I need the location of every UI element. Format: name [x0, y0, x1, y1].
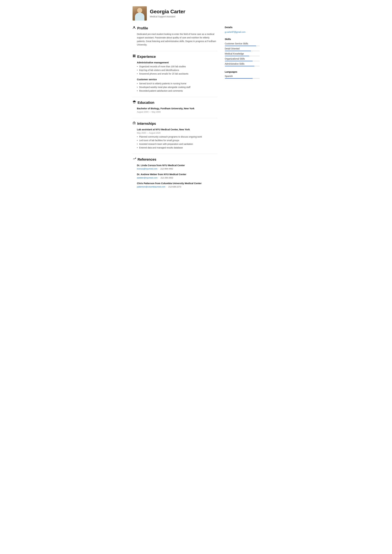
- skill-bar-fill-2: [225, 51, 251, 51]
- ref-contact-3: patterson@columbiaumed.com · 212-638-227…: [137, 185, 217, 188]
- job-bullets-2: Served lunch to elderly patients in nurs…: [133, 82, 217, 93]
- ref-name-3: Chris Patterson from Columbia University…: [137, 182, 217, 185]
- experience-section: Experience Administrative management Org…: [133, 54, 217, 93]
- references-section: References Dr. Linda Coroza from NYU Med…: [133, 157, 217, 188]
- edu-degree: Bachelor of Biology, Fordham University,…: [133, 107, 217, 110]
- intern-bullets: Planned community outreach programs to d…: [133, 135, 217, 149]
- education-header: Education: [133, 100, 217, 105]
- candidate-title: Medical Support Assistant: [150, 15, 185, 18]
- job-bullets-1: Organized records of more than 100 lab s…: [133, 65, 217, 76]
- header-text: Georgia Carter Medical Support Assistant: [150, 8, 185, 18]
- skill-bar-bg-4: [225, 61, 259, 61]
- ref-email-2[interactable]: aweber@nyumed.com: [137, 177, 158, 179]
- bullet-item: Organized records of more than 100 lab s…: [139, 65, 217, 68]
- ref-name-2: Dr. Andrew Weber from NYU Medical Center: [137, 173, 217, 176]
- svg-point-0: [133, 26, 135, 28]
- internships-title: Internships: [137, 121, 156, 126]
- skill-bar-bg-5: [225, 66, 259, 66]
- svg-rect-3: [133, 56, 134, 57]
- ref-contact-1: lcoroza@nyumed.com · 212-994-4482: [137, 167, 217, 170]
- skill-label-4: Organizational Skills: [225, 57, 259, 61]
- skill-medical-knowledge: Medical Knowledge: [225, 52, 259, 56]
- svg-marker-5: [133, 100, 136, 102]
- skill-organizational: Organizational Skills: [225, 57, 259, 61]
- ref-contact-2: aweber@nyumed.com · 212-293-2832: [137, 176, 217, 180]
- svg-rect-1: [133, 55, 134, 56]
- education-title: Education: [138, 100, 154, 105]
- candidate-name: Georgia Carter: [150, 8, 185, 14]
- skill-detail-oriented: Detail Oriented: [225, 47, 259, 51]
- ref-dot-2: ·: [159, 177, 159, 179]
- details-heading: Details: [225, 26, 259, 29]
- skills-heading: Skills: [225, 37, 259, 41]
- internships-section: Internships Lab assistant at NYU Medical…: [133, 121, 217, 149]
- profile-header: Profile: [133, 26, 217, 31]
- skill-bar-bg-2: [225, 51, 259, 51]
- skill-bar-fill-3: [225, 56, 249, 56]
- experience-icon: [133, 54, 136, 59]
- languages-heading: Languages: [225, 70, 259, 74]
- right-column: Details g.carter87@gmail.com Skills Cust…: [225, 26, 259, 193]
- experience-header: Experience: [133, 54, 217, 59]
- language-spanish: Spanish: [225, 75, 259, 79]
- intern-position: Lab assistant at NYU Medical Center, New…: [133, 128, 217, 132]
- skill-label-1: Customer Service Skills: [225, 42, 259, 45]
- profile-title: Profile: [137, 26, 148, 31]
- resume-header: Georgia Carter Medical Support Assistant: [133, 6, 259, 21]
- ref-dot-3: ·: [167, 186, 167, 188]
- bullet-item: Assisted research team with preparation …: [139, 142, 217, 146]
- skills-section: Skills Customer Service Skills Detail Or…: [225, 37, 259, 66]
- experience-title: Experience: [137, 54, 156, 59]
- job-title-1: Administrative management: [133, 61, 217, 64]
- internships-icon: [133, 121, 136, 126]
- ref-phone-2: 212-293-2832: [161, 177, 173, 179]
- skill-label-2: Detail Oriented: [225, 47, 259, 50]
- svg-marker-8: [135, 158, 136, 158]
- profile-section: Profile Dedicated pre-med student lookin…: [133, 26, 217, 47]
- references-title: References: [138, 157, 156, 162]
- languages-section: Languages Spanish: [225, 70, 259, 79]
- svg-rect-7: [134, 123, 135, 124]
- bullet-item: Served lunch to elderly patients in nurs…: [139, 82, 217, 85]
- edu-date: August 2004 — May 2008: [133, 110, 217, 114]
- bullet-item: Recorded patient satisfaction and commen…: [139, 89, 217, 93]
- avatar: [133, 6, 147, 21]
- reference-3: Chris Patterson from Columbia University…: [133, 182, 217, 188]
- bullet-item: Answered phones and emails for 15 lab as…: [139, 72, 217, 76]
- bullet-item: Entered data and managed results databas…: [139, 146, 217, 149]
- ref-email-3[interactable]: patterson@columbiaumed.com: [137, 186, 165, 188]
- detail-email[interactable]: g.carter87@gmail.com: [225, 31, 245, 33]
- reference-1: Dr. Linda Coroza from NYU Medical Center…: [133, 164, 217, 170]
- svg-rect-4: [134, 56, 135, 57]
- skill-label-3: Medical Knowledge: [225, 52, 259, 55]
- skill-bar-fill-1: [225, 46, 256, 46]
- profile-icon: [133, 26, 136, 30]
- lang-label-1: Spanish: [225, 75, 259, 78]
- skill-label-5: Administrative Skills: [225, 62, 259, 66]
- skill-bar-fill-5: [225, 66, 254, 66]
- lang-bar-bg-1: [225, 78, 259, 79]
- references-header: References: [133, 157, 217, 162]
- svg-rect-2: [134, 55, 135, 56]
- intern-date: May 2020 — August 2020: [133, 132, 217, 135]
- lang-bar-fill-1: [225, 78, 253, 79]
- bullet-item: Developed weekly meal plan alongside coo…: [139, 86, 217, 89]
- skill-bar-fill-4: [225, 61, 253, 61]
- reference-2: Dr. Andrew Weber from NYU Medical Center…: [133, 173, 217, 180]
- skill-customer-service: Customer Service Skills: [225, 42, 259, 46]
- skill-bar-bg-1: [225, 46, 259, 46]
- education-icon: [133, 100, 136, 105]
- ref-phone-3: 212-638-2273: [168, 186, 181, 188]
- skill-bar-bg-3: [225, 56, 259, 56]
- skill-administrative: Administrative Skills: [225, 62, 259, 66]
- ref-phone-1: 212-994-4482: [160, 167, 173, 170]
- references-icon: [133, 157, 136, 162]
- left-column: Profile Dedicated pre-med student lookin…: [133, 26, 217, 193]
- ref-email-1[interactable]: lcoroza@nyumed.com: [137, 167, 158, 170]
- bullet-item: Led tours of lab facilities for small gr…: [139, 139, 217, 142]
- ref-name-1: Dr. Linda Coroza from NYU Medical Center: [137, 164, 217, 167]
- bullet-item: Kept log of lab visitors and identificat…: [139, 69, 217, 72]
- internships-header: Internships: [133, 121, 217, 126]
- details-section: Details g.carter87@gmail.com: [225, 26, 259, 34]
- bullet-item: Planned community outreach programs to d…: [139, 135, 217, 138]
